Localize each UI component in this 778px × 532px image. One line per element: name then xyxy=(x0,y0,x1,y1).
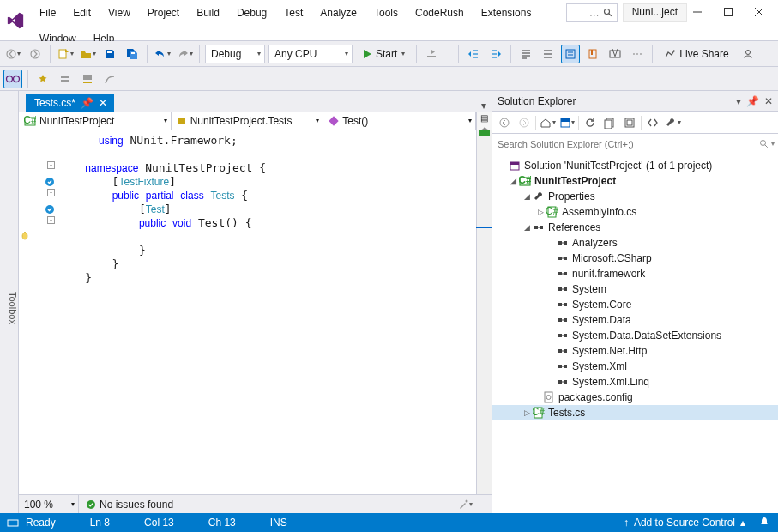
svg-rect-71 xyxy=(564,257,567,260)
toolbar-icon-2[interactable] xyxy=(56,70,75,88)
brush-icon[interactable]: ▾ xyxy=(455,495,474,514)
panel-close-icon[interactable]: ✕ xyxy=(764,95,773,107)
redo-button[interactable] xyxy=(175,45,194,63)
status-ln: Ln 8 xyxy=(90,517,110,529)
undo-button[interactable] xyxy=(153,45,172,63)
menu-tools[interactable]: Tools xyxy=(365,3,407,22)
close-tab-icon[interactable]: ✕ xyxy=(99,97,107,109)
source-control-button[interactable]: ↑Add to Source Control▴ xyxy=(624,517,745,529)
svg-rect-79 xyxy=(558,303,562,306)
menu-test[interactable]: Test xyxy=(275,3,311,22)
menu-analyze[interactable]: Analyze xyxy=(311,3,365,22)
svg-rect-25 xyxy=(566,50,575,58)
menu-file[interactable]: File xyxy=(31,3,64,22)
packages-node[interactable]: packages.config xyxy=(492,390,778,405)
properties-node[interactable]: ◢ Properties xyxy=(492,189,778,204)
bookmark-icon[interactable] xyxy=(583,45,602,63)
references-node[interactable]: ◢ References xyxy=(492,220,778,235)
quick-launch-input[interactable]: … xyxy=(566,3,618,22)
reference-node[interactable]: System xyxy=(492,281,778,297)
notifications-icon[interactable] xyxy=(757,516,771,529)
step-button[interactable] xyxy=(422,45,441,63)
maximize-button[interactable] xyxy=(723,7,735,19)
reference-node[interactable]: Microsoft.CSharp xyxy=(492,251,778,266)
nav-project-combo[interactable]: C# NunitTestProject xyxy=(19,112,172,130)
close-button[interactable] xyxy=(754,7,766,19)
markdown-icon[interactable]: M xyxy=(606,45,624,63)
menu-extensions[interactable]: Extensions xyxy=(473,3,540,22)
file-tab-tests[interactable]: Tests.cs* 📌 ✕ xyxy=(26,94,114,112)
svg-rect-73 xyxy=(558,272,562,275)
tests-file-node[interactable]: ▷ C# Tests.cs xyxy=(492,405,778,420)
reference-node[interactable]: System.Xml xyxy=(492,359,778,374)
se-properties-icon[interactable] xyxy=(664,114,681,131)
se-fwd-icon[interactable] xyxy=(516,114,533,131)
svg-rect-36 xyxy=(61,76,69,78)
open-button[interactable] xyxy=(78,45,97,63)
se-collapse-icon[interactable] xyxy=(601,114,618,131)
reference-node[interactable]: Analyzers xyxy=(492,235,778,251)
panel-menu-icon[interactable]: ▾ xyxy=(736,95,741,107)
nav-back-button[interactable] xyxy=(3,45,22,63)
save-button[interactable] xyxy=(100,45,119,63)
nav-namespace-combo[interactable]: NunitTestProject.Tests xyxy=(172,112,324,130)
solution-search-box[interactable]: ▾ xyxy=(492,134,778,154)
solution-config-combo[interactable]: Debug xyxy=(205,45,265,63)
se-showall-icon[interactable] xyxy=(621,114,638,131)
toolbar-icon-4[interactable] xyxy=(100,70,119,88)
solution-node[interactable]: Solution 'NunitTestProject' (1 of 1 proj… xyxy=(492,158,778,173)
glasses-icon[interactable] xyxy=(3,70,22,88)
svg-rect-43 xyxy=(329,116,339,125)
solution-tree[interactable]: Solution 'NunitTestProject' (1 of 1 proj… xyxy=(492,154,778,513)
reference-node[interactable]: System.Xml.Linq xyxy=(492,374,778,390)
wordwrap-button[interactable] xyxy=(561,45,580,63)
status-col: Col 13 xyxy=(144,517,174,529)
menu-build[interactable]: Build xyxy=(188,3,228,22)
svg-rect-37 xyxy=(61,80,69,82)
se-home-icon[interactable] xyxy=(539,114,556,131)
menu-edit[interactable]: Edit xyxy=(64,3,100,22)
pin-icon[interactable]: 📌 xyxy=(81,97,93,109)
solution-platform-combo[interactable]: Any CPU xyxy=(268,45,353,63)
reference-node[interactable]: System.Data.DataSetExtensions xyxy=(492,328,778,343)
minimize-button[interactable] xyxy=(692,7,704,19)
assemblyinfo-node[interactable]: ▷ C# AssemblyInfo.cs xyxy=(492,204,778,220)
se-filter-icon[interactable] xyxy=(558,114,576,131)
comment-icon[interactable] xyxy=(516,45,535,63)
reference-node[interactable]: System.Net.Http xyxy=(492,343,778,359)
uncomment-icon[interactable] xyxy=(539,45,558,63)
split-icon[interactable]: ▤ xyxy=(480,113,488,123)
svg-rect-67 xyxy=(558,241,562,245)
feedback-icon[interactable] xyxy=(739,45,757,63)
solution-search-input[interactable] xyxy=(496,138,759,150)
menu-project[interactable]: Project xyxy=(139,3,188,22)
panel-pin-icon[interactable]: 📌 xyxy=(746,95,759,107)
menu-debug[interactable]: Debug xyxy=(228,3,275,22)
indent-less-icon[interactable] xyxy=(464,45,483,63)
reference-node[interactable]: System.Core xyxy=(492,297,778,312)
reference-node[interactable]: nunit.framework xyxy=(492,266,778,281)
se-back-icon[interactable] xyxy=(496,114,513,131)
nav-method-combo[interactable]: Test() xyxy=(323,112,476,130)
toolbar-icon-3[interactable] xyxy=(78,70,97,88)
toolbox-rail[interactable]: Toolbox xyxy=(0,91,19,513)
menu-view[interactable]: View xyxy=(100,3,139,22)
zoom-combo[interactable]: 100 % xyxy=(19,495,79,513)
start-debug-button[interactable]: Start xyxy=(356,45,411,63)
save-all-button[interactable] xyxy=(123,45,142,63)
reference-node[interactable]: System.Data xyxy=(492,312,778,328)
code-editor[interactable]: using NUnit.Framework; namespace NunitTe… xyxy=(58,130,476,494)
toolbar-icon-1[interactable] xyxy=(33,70,52,88)
new-item-button[interactable] xyxy=(56,45,75,63)
indent-more-icon[interactable] xyxy=(486,45,505,63)
project-node[interactable]: ◢ C# NunitTestProject xyxy=(492,173,778,189)
live-share-button[interactable]: Live Share xyxy=(658,45,734,63)
more-icon[interactable]: ⋯ xyxy=(628,45,647,63)
issues-indicator[interactable]: No issues found xyxy=(79,499,180,511)
menu-coderush[interactable]: CodeRush xyxy=(407,3,473,22)
se-code-icon[interactable] xyxy=(644,114,661,131)
editor-scrollbar[interactable] xyxy=(476,130,492,494)
tab-overflow-icon[interactable]: ▾ xyxy=(481,100,486,112)
se-refresh-icon[interactable] xyxy=(582,114,599,131)
nav-forward-button[interactable] xyxy=(26,45,45,63)
